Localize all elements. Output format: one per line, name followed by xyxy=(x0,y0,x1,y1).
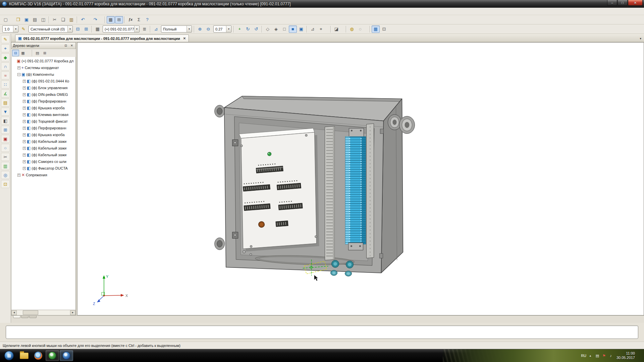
equations-button[interactable]: Σ xyxy=(135,16,143,23)
taskbar-clock[interactable]: 11:00 30.05.2017 xyxy=(616,351,635,360)
tree-expander-icon[interactable]: + xyxy=(23,113,26,116)
zoom-out-button[interactable]: ⊖ xyxy=(204,25,212,33)
redo-history-dropdown[interactable] xyxy=(100,16,103,23)
print-preview-button[interactable]: ◫ xyxy=(39,16,47,23)
layer-states-button[interactable]: ⊟ xyxy=(74,25,82,33)
combo-arrow-icon[interactable]: ▾ xyxy=(13,26,18,32)
document-tab[interactable]: ▣ 091-02.01.0777 коробка для маслостанци… xyxy=(15,35,189,42)
combo-arrow-icon[interactable]: ▾ xyxy=(186,26,192,32)
panel-apps-button[interactable]: ⊡ xyxy=(1,180,10,188)
zoom-in-button[interactable]: ⊕ xyxy=(196,25,204,33)
tree-item-mates[interactable]: +✕Сопряжения xyxy=(11,172,75,178)
undo-history-dropdown[interactable] xyxy=(87,16,91,23)
paste-button[interactable]: ▥ xyxy=(67,16,75,23)
menu-window[interactable] xyxy=(44,10,50,13)
taskbar-browser-button[interactable] xyxy=(32,350,45,361)
taskbar-kompas-blue-button[interactable] xyxy=(60,350,73,361)
tree-expander-icon[interactable]: + xyxy=(17,174,20,177)
layers-button[interactable]: ✎ xyxy=(19,25,28,33)
hidden-lines-mode-button[interactable]: ◈ xyxy=(272,25,280,33)
tree-expander-icon[interactable]: + xyxy=(23,154,26,157)
tray-display-icon[interactable]: ▤ xyxy=(594,353,600,359)
tree-expander-icon[interactable]: + xyxy=(17,66,20,69)
orientation-button[interactable]: ⌖ xyxy=(317,25,325,33)
tab-zones[interactable] xyxy=(29,316,37,318)
panel-rounds-button[interactable]: ○ xyxy=(1,144,10,152)
pin-panel-icon[interactable]: ⊡ xyxy=(63,43,68,48)
taskbar-explorer-button[interactable] xyxy=(17,350,31,361)
tree-item-perforated-channel-1[interactable]: +◧(ф) Перфорированн xyxy=(11,98,75,105)
mounting-rail-right[interactable] xyxy=(366,124,374,258)
tree-item-cable-clamp-3[interactable]: +◧(ф) Кабельный зажи xyxy=(11,152,75,158)
tree-expander-icon[interactable]: − xyxy=(17,73,20,76)
tree-root-assembly[interactable]: ▣(+) 091-02.01.0777 Коробка дл xyxy=(11,58,75,64)
current-step-combo[interactable]: 1.0▾ xyxy=(2,25,18,33)
tree-item-self-tapping-screw[interactable]: +◧(ф) Саморез со шли xyxy=(11,158,75,165)
junction-box-model[interactable] xyxy=(215,96,415,276)
close-button[interactable]: ✕ xyxy=(628,0,643,6)
menu-operations[interactable] xyxy=(25,10,32,13)
section-view-button[interactable]: ◪ xyxy=(332,25,340,33)
menu-view[interactable] xyxy=(19,10,25,13)
minimize-button[interactable]: – xyxy=(607,0,617,6)
cable-hubs-left[interactable] xyxy=(215,105,225,250)
orientation-dropdown[interactable] xyxy=(325,25,329,33)
tree-expander-icon[interactable]: + xyxy=(23,107,26,110)
panel-specification-button[interactable]: ▤ xyxy=(1,99,10,107)
tree-expander-icon[interactable]: + xyxy=(23,127,26,130)
tree-item-perforated-channel-2[interactable]: +◧(ф) Перфорированн xyxy=(11,125,75,131)
context-help-button[interactable]: ? xyxy=(143,16,151,23)
component-list-button[interactable]: ≣ xyxy=(141,25,149,33)
tree-expander-icon[interactable]: + xyxy=(23,80,26,83)
detail-level-combo[interactable]: Полный▾ xyxy=(161,25,192,33)
menu-editor[interactable] xyxy=(7,10,13,13)
panel-sketch-button[interactable]: ⌖ xyxy=(1,44,10,52)
orbit-button[interactable]: ↺ xyxy=(252,25,260,33)
tree-expander-icon[interactable]: + xyxy=(23,167,26,170)
language-indicator[interactable]: RU xyxy=(581,354,586,358)
shaded-edges-mode-button[interactable]: ▣ xyxy=(297,25,305,33)
menu-select[interactable] xyxy=(13,10,19,13)
panel-conditions-button[interactable]: ▣ xyxy=(1,135,10,143)
tab-close-icon[interactable]: ✕ xyxy=(182,37,186,40)
tree-relations-button[interactable]: ▤ xyxy=(34,50,41,56)
tab-versions[interactable] xyxy=(21,316,29,318)
print-button[interactable]: ▤ xyxy=(31,16,39,23)
tree-horizontal-scrollbar[interactable]: ◄ ► xyxy=(11,310,76,315)
tree-expander-icon[interactable]: + xyxy=(23,140,26,143)
scroll-thumb[interactable] xyxy=(23,310,38,315)
wireframe-mode-button[interactable]: ◇ xyxy=(264,25,272,33)
tab-list-dropdown-icon[interactable]: ▾ xyxy=(640,37,641,40)
grid-toggle-button[interactable]: ▦ xyxy=(107,16,115,23)
menu-specification[interactable] xyxy=(32,10,38,13)
scroll-left-button[interactable]: ◄ xyxy=(11,310,17,315)
panel-sheet-metal-button[interactable]: ✂ xyxy=(1,153,10,161)
tab-construction[interactable] xyxy=(13,316,20,318)
panel-curves-button[interactable]: ≈ xyxy=(1,71,10,79)
variables-button[interactable]: ƒx xyxy=(126,16,135,23)
tree-expander-icon[interactable]: + xyxy=(23,86,26,89)
layer-combo[interactable]: Системный слой (0)▾ xyxy=(29,25,73,33)
tray-expand-icon[interactable]: ▲ xyxy=(589,354,592,357)
tree-item-screw-terminal[interactable]: +◧(ф) Клемма винтовая xyxy=(11,111,75,118)
sketch-grid-button[interactable]: ▦ xyxy=(372,25,380,33)
hide-components-button[interactable]: ◌ xyxy=(356,25,364,33)
panel-editing-button[interactable]: ✎ xyxy=(1,35,10,43)
menu-file[interactable] xyxy=(1,10,7,13)
tree-expander-icon[interactable]: + xyxy=(23,133,26,136)
tree-expander-icon[interactable]: + xyxy=(23,147,26,150)
combo-arrow-icon[interactable]: ▾ xyxy=(134,26,139,32)
3d-scene[interactable]: Y X Z xyxy=(77,43,644,315)
tree-item-end-fixator[interactable]: +◧(ф) Торцевой фиксат xyxy=(11,118,75,125)
start-button[interactable]: ⊞ xyxy=(1,350,17,361)
tree-expander-icon[interactable]: + xyxy=(23,160,26,163)
undo-button[interactable]: ↶ xyxy=(79,16,87,23)
panel-filters-button[interactable]: ▼ xyxy=(1,108,10,116)
3d-viewport[interactable]: Y X Z xyxy=(77,42,644,315)
cable-duct[interactable] xyxy=(325,126,335,260)
tree-item-control-block[interactable]: +◧(ф) Блок управления xyxy=(11,84,75,91)
tree-item-fixator-ducta[interactable]: +◧(ф) Фиксатор DUCTA xyxy=(11,165,75,172)
component-combo[interactable]: (+) 091-02.01.0777▾ xyxy=(103,25,140,33)
layer-manager-button[interactable]: ⊞ xyxy=(82,25,90,33)
hidden-removed-mode-button[interactable]: □ xyxy=(280,25,288,33)
